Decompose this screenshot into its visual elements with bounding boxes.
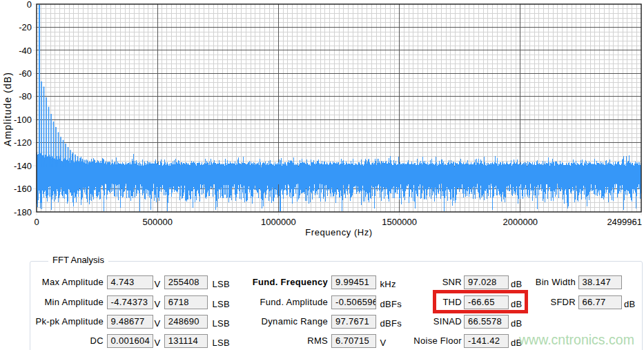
svg-text:Amplitude (dB): Amplitude (dB) (2, 72, 13, 146)
svg-text:-140: -140 (14, 161, 32, 171)
svg-text:1500000: 1500000 (382, 217, 417, 227)
svg-text:0: 0 (27, 0, 32, 10)
svg-text:1000000: 1000000 (261, 217, 296, 227)
svg-text:-160: -160 (14, 184, 32, 194)
svg-text:-80: -80 (19, 91, 32, 101)
svg-text:-180: -180 (14, 207, 32, 217)
svg-text:500000: 500000 (143, 217, 173, 227)
svg-text:2499961: 2499961 (607, 217, 642, 227)
svg-text:-60: -60 (19, 68, 32, 79)
svg-text:-100: -100 (14, 115, 32, 125)
svg-text:Frequency (Hz): Frequency (Hz) (305, 227, 372, 237)
svg-text:0: 0 (34, 217, 39, 227)
svg-text:-20: -20 (19, 22, 32, 32)
svg-text:-40: -40 (19, 46, 32, 56)
svg-text:2000000: 2000000 (502, 217, 538, 227)
svg-text:-120: -120 (14, 137, 32, 148)
